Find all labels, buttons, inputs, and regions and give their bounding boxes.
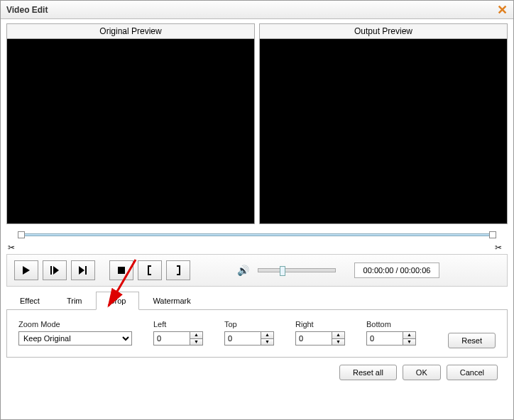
stop-button[interactable] — [109, 260, 133, 280]
top-spinner[interactable]: ▲▼ — [224, 331, 274, 346]
chevron-down-icon[interactable]: ▼ — [403, 339, 415, 346]
play-button[interactable] — [14, 260, 38, 280]
chevron-up-icon[interactable]: ▲ — [332, 332, 344, 339]
chevron-down-icon[interactable]: ▼ — [261, 339, 273, 346]
tab-bar: Effect Trim Crop Watermark — [6, 291, 508, 310]
crop-panel: Zoom Mode Keep Original Left ▲▼ Top — [6, 310, 508, 358]
output-preview-panel: Output Preview — [259, 23, 508, 224]
output-preview-label: Output Preview — [260, 24, 507, 39]
step-button[interactable] — [43, 260, 67, 280]
window-title: Video Edit — [6, 5, 48, 15]
chevron-down-icon[interactable]: ▼ — [190, 339, 202, 346]
right-label: Right — [295, 320, 345, 328]
reset-button[interactable]: Reset — [448, 333, 496, 348]
trim-slider[interactable]: ✂ ✂ — [8, 230, 506, 240]
volume-slider[interactable] — [258, 268, 336, 272]
tab-crop[interactable]: Crop — [96, 292, 140, 310]
left-spinner[interactable]: ▲▼ — [153, 331, 203, 346]
original-preview-label: Original Preview — [7, 24, 254, 39]
playback-controls: 🔊 00:00:00 / 00:00:06 — [6, 254, 508, 287]
chevron-up-icon[interactable]: ▲ — [403, 332, 415, 339]
top-label: Top — [224, 320, 274, 328]
svg-rect-1 — [50, 266, 52, 275]
svg-marker-3 — [79, 266, 84, 275]
svg-marker-2 — [53, 266, 59, 275]
zoom-mode-select[interactable]: Keep Original — [18, 331, 132, 346]
tab-watermark[interactable]: Watermark — [139, 292, 204, 310]
bracket-start-button[interactable] — [138, 260, 162, 280]
scissors-left-icon[interactable]: ✂ — [8, 243, 19, 254]
chevron-up-icon[interactable]: ▲ — [190, 332, 202, 339]
zoom-mode-label: Zoom Mode — [18, 320, 132, 328]
reset-all-button[interactable]: Reset all — [339, 365, 397, 380]
tab-effect[interactable]: Effect — [6, 292, 53, 310]
left-label: Left — [153, 320, 203, 328]
dialog-buttons: Reset all OK Cancel — [6, 358, 508, 380]
right-input[interactable] — [296, 332, 332, 345]
output-preview-video[interactable] — [260, 39, 507, 223]
tab-trim[interactable]: Trim — [53, 292, 96, 310]
right-spinner[interactable]: ▲▼ — [295, 331, 345, 346]
cancel-button[interactable]: Cancel — [447, 365, 498, 380]
top-input[interactable] — [225, 332, 261, 345]
left-input[interactable] — [154, 332, 190, 345]
time-display: 00:00:00 / 00:00:06 — [354, 262, 439, 278]
close-icon[interactable]: ✕ — [497, 2, 508, 18]
ok-button[interactable]: OK — [403, 365, 441, 380]
volume-icon[interactable]: 🔊 — [237, 265, 249, 276]
svg-rect-4 — [85, 266, 87, 275]
titlebar: Video Edit ✕ — [1, 1, 513, 19]
svg-rect-5 — [118, 267, 125, 274]
svg-marker-0 — [23, 266, 30, 275]
original-preview-video[interactable] — [7, 39, 254, 223]
bottom-spinner[interactable]: ▲▼ — [366, 331, 416, 346]
next-button[interactable] — [71, 260, 95, 280]
scissors-right-icon[interactable]: ✂ — [495, 243, 506, 254]
trim-handle-left[interactable] — [18, 231, 25, 238]
bracket-end-button[interactable] — [166, 260, 190, 280]
bottom-input[interactable] — [367, 332, 403, 345]
original-preview-panel: Original Preview — [6, 23, 255, 224]
chevron-up-icon[interactable]: ▲ — [261, 332, 273, 339]
video-edit-window: Video Edit ✕ Original Preview Output Pre… — [0, 0, 514, 420]
bottom-label: Bottom — [366, 320, 416, 328]
chevron-down-icon[interactable]: ▼ — [332, 339, 344, 346]
trim-handle-right[interactable] — [489, 231, 496, 238]
